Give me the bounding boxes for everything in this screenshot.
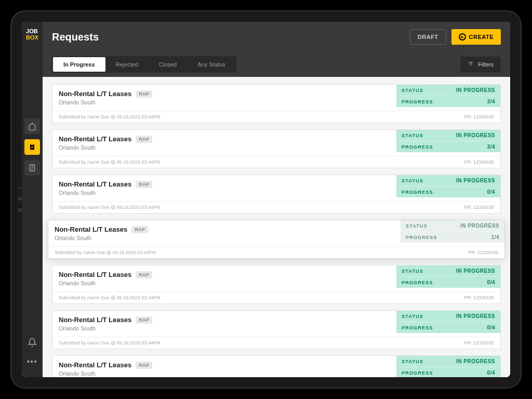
request-type-chip: RAP — [136, 181, 152, 188]
status-row: STATUSIN PROGRESS — [401, 220, 504, 232]
tab-in-progress[interactable]: In Progress — [53, 57, 105, 72]
status-label: STATUS — [402, 314, 423, 319]
progress-row: PROGRESS0/4 — [396, 187, 500, 197]
progress-row: PROGRESS0/4 — [396, 277, 500, 288]
request-type-chip: RAP — [136, 362, 152, 369]
progress-label: PROGRESS — [402, 190, 433, 195]
status-value: IN PROGRESS — [460, 223, 499, 229]
more-menu-button[interactable]: ••• — [27, 357, 38, 366]
progress-value: 3/4 — [487, 99, 495, 104]
request-location: Orlando South — [59, 280, 390, 286]
request-card[interactable]: Non-Rental L/T LeasesRAPOrlando SouthSTA… — [52, 84, 501, 123]
request-title: Non-Rental L/T Leases — [59, 316, 131, 324]
status-label: STATUS — [402, 269, 423, 274]
progress-value: 3/4 — [487, 144, 495, 150]
status-value: IN PROGRESS — [456, 313, 495, 319]
card-body: Non-Rental L/T LeasesRAPOrlando SouthSTA… — [52, 130, 500, 156]
document-icon — [28, 164, 36, 172]
filter-icon — [468, 61, 474, 68]
sidebar-item-documents[interactable] — [24, 160, 40, 176]
status-label: STATUS — [402, 133, 423, 138]
svg-rect-1 — [31, 144, 33, 145]
card-footer: Submitted by Aaron Doe @ 09.19.2023 03:4… — [52, 202, 500, 213]
sidebar: JOB BOX ••• — [22, 22, 43, 377]
progress-value: 0/4 — [487, 189, 495, 195]
card-body: Non-Rental L/T LeasesRAPOrlando SouthSTA… — [52, 265, 500, 292]
status-value: IN PROGRESS — [456, 358, 495, 364]
create-button[interactable]: + CREATE — [451, 29, 501, 45]
main-area: Requests DRAFT + CREATE In ProgressRejec… — [43, 22, 510, 377]
request-location: Orlando South — [59, 190, 390, 196]
bell-icon — [28, 338, 37, 347]
home-icon — [28, 122, 36, 130]
status-value: IN PROGRESS — [456, 132, 495, 138]
card-info: Non-Rental L/T LeasesRAPOrlando South — [52, 130, 396, 156]
card-footer: Submitted by Aaron Doe @ 09.19.2023 03:4… — [52, 337, 500, 349]
status-label: STATUS — [402, 88, 423, 93]
submitted-by: Submitted by Aaron Doe @ 09.19.2023 03:4… — [59, 340, 160, 345]
request-title: Non-Rental L/T Leases — [55, 225, 127, 233]
card-stats: STATUSIN PROGRESSPROGRESS0/4 — [396, 311, 500, 337]
request-card[interactable]: Non-Rental L/T LeasesRAPOrlando SouthSTA… — [52, 175, 501, 214]
request-title: Non-Rental L/T Leases — [59, 180, 131, 188]
submitted-by: Submitted by Aaron Doe @ 09.19.2023 03:4… — [59, 295, 160, 300]
progress-row: PROGRESS1/4 — [401, 232, 504, 243]
pr-number: PR: 12335435 — [464, 295, 494, 300]
status-row: STATUSIN PROGRESS — [396, 85, 500, 96]
status-value: IN PROGRESS — [456, 268, 495, 274]
status-value: IN PROGRESS — [456, 87, 495, 93]
progress-label: PROGRESS — [402, 325, 433, 330]
notifications-button[interactable] — [28, 338, 37, 349]
progress-value: 0/4 — [487, 370, 495, 376]
tab-closed[interactable]: Closed — [149, 57, 187, 72]
tab-any-status[interactable]: Any Status — [187, 57, 235, 72]
card-info: Non-Rental L/T LeasesRAPOrlando South — [52, 175, 396, 201]
card-body: Non-Rental L/T LeasesRAPOrlando SouthSTA… — [48, 220, 504, 247]
request-location: Orlando South — [55, 235, 394, 241]
card-body: Non-Rental L/T LeasesRAPOrlando SouthSTA… — [52, 85, 500, 111]
create-button-label: CREATE — [469, 34, 494, 40]
request-card[interactable]: Non-Rental L/T LeasesRAPOrlando SouthSTA… — [52, 310, 501, 349]
header: Requests DRAFT + CREATE — [43, 22, 510, 52]
card-stats: STATUSIN PROGRESSPROGRESS0/4 — [396, 356, 500, 377]
status-row: STATUSIN PROGRESS — [396, 175, 500, 187]
tab-rejected[interactable]: Rejected — [105, 57, 149, 72]
status-row: STATUSIN PROGRESS — [396, 311, 500, 322]
status-row: STATUSIN PROGRESS — [396, 356, 500, 367]
status-label: STATUS — [402, 178, 423, 183]
request-card[interactable]: Non-Rental L/T LeasesRAPOrlando SouthSTA… — [52, 355, 501, 377]
request-type-chip: RAP — [136, 271, 152, 278]
card-info: Non-Rental L/T LeasesRAPOrlando South — [52, 265, 396, 291]
card-stats: STATUSIN PROGRESSPROGRESS0/4 — [396, 265, 500, 291]
draft-button[interactable]: DRAFT — [410, 29, 446, 45]
progress-value: 0/4 — [487, 325, 495, 330]
page-title: Requests — [52, 31, 99, 43]
app-logo: JOB BOX — [26, 28, 38, 41]
sidebar-item-home[interactable] — [24, 118, 40, 134]
card-body: Non-Rental L/T LeasesRAPOrlando SouthSTA… — [52, 356, 500, 377]
filters-button[interactable]: Filters — [460, 57, 501, 72]
status-row: STATUSIN PROGRESS — [396, 130, 500, 141]
request-card[interactable]: Non-Rental L/T LeasesRAPOrlando SouthSTA… — [52, 129, 501, 168]
status-label: STATUS — [402, 359, 423, 364]
request-location: Orlando South — [59, 144, 390, 151]
card-body: Non-Rental L/T LeasesRAPOrlando SouthSTA… — [52, 175, 500, 202]
requests-list: Non-Rental L/T LeasesRAPOrlando SouthSTA… — [43, 77, 510, 377]
card-stats: STATUSIN PROGRESSPROGRESS0/4 — [396, 175, 500, 201]
card-footer: Submitted by Aaron Doe @ 09.19.2023 03:4… — [52, 292, 500, 303]
request-location: Orlando South — [59, 370, 390, 377]
sidebar-item-requests[interactable] — [24, 139, 40, 155]
request-card[interactable]: Non-Rental L/T LeasesRAPOrlando SouthSTA… — [48, 220, 505, 259]
pr-number: PR: 12335435 — [464, 205, 494, 210]
submitted-by: Submitted by Aaron Doe @ 09.19.2023 03:4… — [59, 205, 160, 210]
clipboard-icon — [28, 143, 36, 151]
card-footer: Submitted by Aaron Doe @ 09.19.2023 03:4… — [52, 111, 500, 123]
card-stats: STATUSIN PROGRESSPROGRESS3/4 — [396, 130, 500, 156]
card-footer: Submitted by Aaron Doe @ 09.19.2023 03:4… — [52, 156, 500, 168]
request-location: Orlando South — [59, 325, 390, 331]
request-title: Non-Rental L/T Leases — [59, 271, 131, 278]
request-card[interactable]: Non-Rental L/T LeasesRAPOrlando SouthSTA… — [52, 265, 501, 304]
progress-label: PROGRESS — [402, 99, 433, 104]
request-type-chip: RAP — [136, 316, 152, 324]
status-tabs: In ProgressRejectedClosedAny Status — [52, 56, 236, 73]
